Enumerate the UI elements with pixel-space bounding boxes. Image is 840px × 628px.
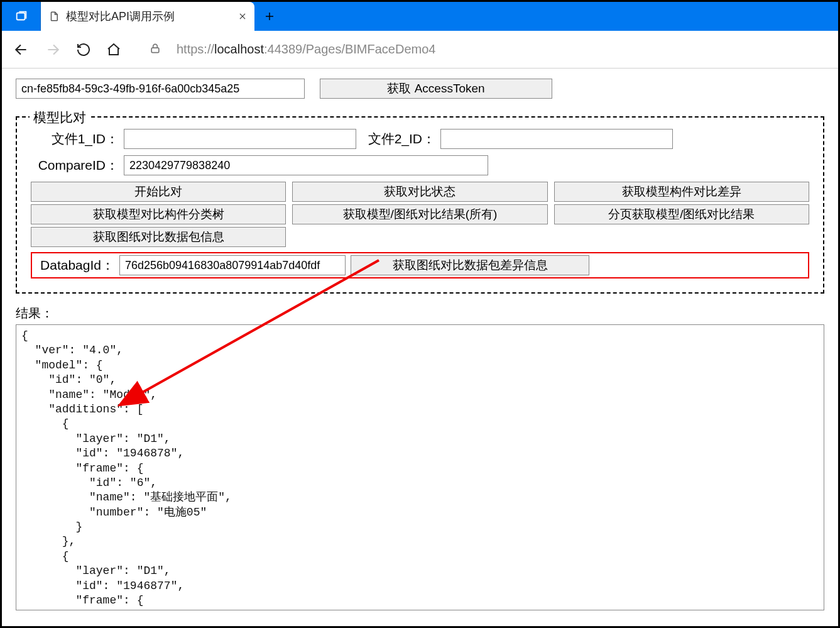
new-tab-button[interactable] (254, 2, 285, 31)
compareid-label: CompareID： (31, 157, 119, 174)
tab-close-button[interactable] (238, 9, 247, 24)
databag-input[interactable] (119, 255, 346, 275)
home-button[interactable] (106, 42, 121, 57)
arrow-right-icon (45, 41, 61, 58)
browser-window: 模型对比API调用示例 https://localhost:44389/Page… (0, 0, 840, 628)
file2-input[interactable] (440, 129, 673, 149)
address-bar[interactable]: https://localhost:44389/Pages/BIMFaceDem… (177, 42, 435, 57)
refresh-icon (76, 42, 91, 57)
arrow-left-icon (13, 41, 30, 58)
get-access-token-button[interactable]: 获取 AccessToken (320, 79, 552, 99)
home-icon (106, 42, 121, 57)
back-button[interactable] (13, 41, 30, 58)
file1-input[interactable] (124, 129, 356, 149)
file-ids-row: 文件1_ID： 文件2_ID： (31, 129, 809, 149)
get-all-compare-result-button[interactable]: 获取模型/图纸对比结果(所有) (292, 204, 547, 224)
tabs-button[interactable] (2, 2, 41, 31)
compare-fieldset: 模型比对 文件1_ID： 文件2_ID： CompareID： 开始比对 获取对… (16, 116, 824, 294)
refresh-button[interactable] (76, 42, 91, 57)
access-token-input[interactable] (16, 79, 305, 99)
tabs-icon (14, 9, 28, 23)
get-model-component-diff-button[interactable]: 获取模型构件对比差异 (554, 182, 809, 202)
svg-rect-1 (151, 48, 159, 53)
file2-label: 文件2_ID： (366, 130, 435, 148)
fieldset-legend: 模型比对 (30, 109, 90, 126)
get-databag-diff-button[interactable]: 获取图纸对比数据包差异信息 (351, 255, 589, 275)
result-label: 结果： (16, 305, 824, 322)
databag-label: DatabagId： (36, 256, 114, 274)
tab-title: 模型对比API调用示例 (66, 9, 232, 24)
get-paged-compare-result-button[interactable]: 分页获取模型/图纸对比结果 (554, 204, 809, 224)
page-content: 获取 AccessToken 模型比对 文件1_ID： 文件2_ID： Comp… (2, 69, 838, 620)
databag-row: DatabagId： 获取图纸对比数据包差异信息 (31, 252, 809, 278)
browser-tab[interactable]: 模型对比API调用示例 (41, 2, 254, 31)
lock-icon (149, 42, 161, 55)
svg-rect-0 (16, 13, 25, 20)
start-compare-button[interactable]: 开始比对 (31, 182, 286, 202)
button-grid: 开始比对 获取对比状态 获取模型构件对比差异 获取模型对比构件分类树 获取模型/… (31, 182, 809, 247)
compareid-row: CompareID： (31, 155, 809, 175)
result-textarea[interactable]: { ″ver″: ″4.0″, ″model″: { ″id″: ″0″, ″n… (16, 324, 824, 610)
file1-label: 文件1_ID： (31, 130, 119, 148)
close-icon (238, 12, 247, 21)
plus-icon (264, 11, 275, 22)
url-scheme: https:// (177, 42, 214, 57)
browser-toolbar: https://localhost:44389/Pages/BIMFaceDem… (2, 31, 838, 69)
titlebar: 模型对比API调用示例 (2, 2, 838, 31)
url-host: localhost (214, 42, 264, 57)
get-compare-status-button[interactable]: 获取对比状态 (292, 182, 547, 202)
page-icon (48, 11, 60, 22)
get-drawing-databag-info-button[interactable]: 获取图纸对比数据包信息 (31, 227, 286, 247)
token-row: 获取 AccessToken (16, 79, 824, 99)
compareid-input[interactable] (124, 155, 488, 175)
url-path: :44389/Pages/BIMFaceDemo4 (264, 42, 436, 57)
get-model-compare-tree-button[interactable]: 获取模型对比构件分类树 (31, 204, 286, 224)
site-info-button[interactable] (149, 42, 161, 57)
forward-button[interactable] (45, 41, 61, 58)
